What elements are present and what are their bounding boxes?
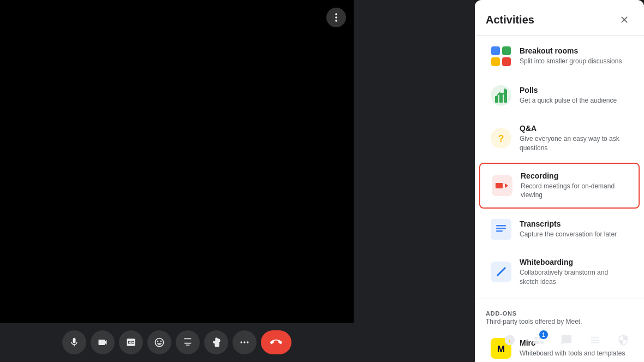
transcripts-name: Transcripts xyxy=(520,219,629,228)
captions-button[interactable] xyxy=(119,330,143,354)
sidebar-title: Activities xyxy=(486,14,534,26)
mic-button[interactable] xyxy=(62,330,86,354)
activities-sidebar: Activities Breakout rooms Split into sma… xyxy=(475,0,644,362)
polls-icon xyxy=(490,85,512,106)
svg-point-4 xyxy=(243,341,245,343)
activity-item-qa[interactable]: ? Q&A Give everyone an easy way to ask q… xyxy=(479,116,640,161)
breakout-desc: Split into smaller group discussions xyxy=(520,57,629,66)
activity-item-breakout[interactable]: Breakout rooms Split into smaller group … xyxy=(479,38,640,75)
breakout-text: Breakout rooms Split into smaller group … xyxy=(520,46,629,66)
recording-text: Recording Record meetings for on-demand … xyxy=(521,171,628,200)
qa-name: Q&A xyxy=(520,124,629,133)
svg-rect-18 xyxy=(496,225,506,227)
camera-button[interactable] xyxy=(91,330,115,354)
svg-point-1 xyxy=(335,16,337,19)
svg-rect-19 xyxy=(496,228,506,229)
whiteboard-icon xyxy=(490,261,512,283)
close-sidebar-button[interactable] xyxy=(616,11,633,28)
emoji-button[interactable] xyxy=(147,330,171,354)
activity-item-recording[interactable]: Recording Record meetings for on-demand … xyxy=(479,163,640,209)
recording-icon xyxy=(491,175,513,197)
svg-point-0 xyxy=(335,13,337,15)
transcripts-text: Transcripts Capture the conversation for… xyxy=(520,219,629,239)
section-divider-line xyxy=(475,299,644,299)
svg-point-3 xyxy=(241,341,242,343)
addons-label: ADD-ONS xyxy=(486,310,633,317)
activity-item-whiteboarding[interactable]: Whiteboarding Collaboratively brainstorm… xyxy=(479,250,640,294)
qa-text: Q&A Give everyone an easy way to ask que… xyxy=(520,124,629,153)
sidebar-header: Activities xyxy=(475,0,644,35)
present-button[interactable] xyxy=(176,330,200,354)
svg-rect-11 xyxy=(495,96,498,103)
svg-rect-17 xyxy=(491,219,511,240)
whiteboarding-text: Whiteboarding Collaboratively brainstorm… xyxy=(520,258,629,287)
svg-rect-6 xyxy=(491,46,500,55)
svg-rect-8 xyxy=(491,57,500,66)
activities-list: Breakout rooms Split into smaller group … xyxy=(475,38,644,294)
middle-area xyxy=(354,0,475,362)
end-call-button[interactable] xyxy=(261,330,291,354)
bottom-right-controls: 1 xyxy=(498,328,635,352)
breakout-icon xyxy=(490,45,512,67)
svg-point-5 xyxy=(247,341,248,343)
svg-rect-20 xyxy=(496,230,503,232)
transcripts-desc: Capture the conversation for later xyxy=(520,230,629,239)
safety-button[interactable] xyxy=(611,328,635,352)
svg-text:?: ? xyxy=(498,133,504,144)
polls-name: Polls xyxy=(520,86,629,94)
polls-desc: Get a quick pulse of the audience xyxy=(520,96,629,105)
activities-button[interactable] xyxy=(583,328,607,352)
recording-desc: Record meetings for on-demand viewing xyxy=(521,182,628,200)
whiteboarding-name: Whiteboarding xyxy=(520,258,629,266)
addons-sublabel: Third-party tools offered by Meet. xyxy=(486,318,633,325)
more-options-button[interactable] xyxy=(326,8,346,27)
svg-rect-9 xyxy=(502,57,511,66)
whiteboarding-desc: Collaboratively brainstorm and sketch id… xyxy=(520,268,629,287)
svg-point-2 xyxy=(335,20,337,22)
activity-item-polls[interactable]: Polls Get a quick pulse of the audience xyxy=(479,77,640,114)
transcripts-icon xyxy=(490,218,512,240)
qa-icon: ? xyxy=(490,127,512,149)
activity-item-transcripts[interactable]: Transcripts Capture the conversation for… xyxy=(479,211,640,248)
recording-name: Recording xyxy=(521,171,628,180)
breakout-name: Breakout rooms xyxy=(520,46,629,55)
svg-rect-7 xyxy=(502,46,511,55)
qa-desc: Give everyone an easy way to ask questio… xyxy=(520,134,629,153)
video-area xyxy=(0,0,354,362)
more-toolbar-button[interactable] xyxy=(232,330,257,354)
polls-text: Polls Get a quick pulse of the audience xyxy=(520,86,629,105)
addons-section-header: ADD-ONS Third-party tools offered by Mee… xyxy=(475,304,644,328)
raise-hand-button[interactable] xyxy=(204,330,228,354)
info-button[interactable] xyxy=(498,328,522,352)
chat-button[interactable] xyxy=(554,328,579,352)
people-badge: 1 xyxy=(539,330,548,339)
toolbar xyxy=(0,323,354,362)
people-button[interactable]: 1 xyxy=(526,328,550,352)
